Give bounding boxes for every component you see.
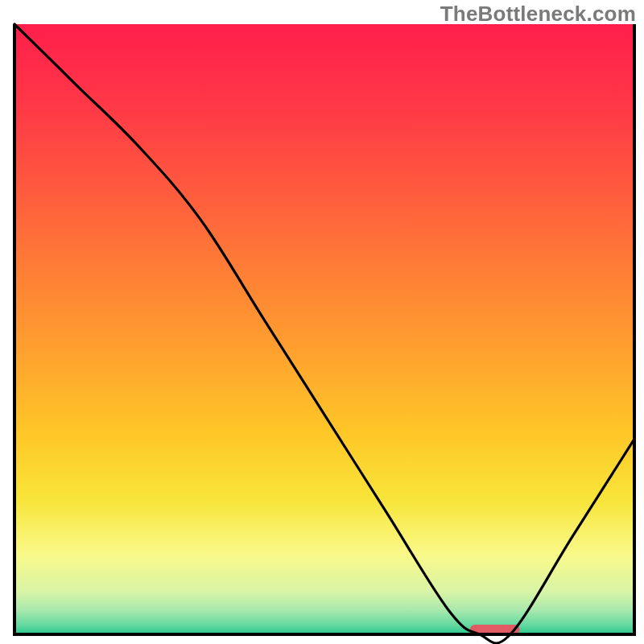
watermark-text: TheBottleneck.com (440, 2, 636, 27)
bottleneck-chart (0, 0, 644, 644)
chart-canvas: TheBottleneck.com (0, 0, 644, 644)
